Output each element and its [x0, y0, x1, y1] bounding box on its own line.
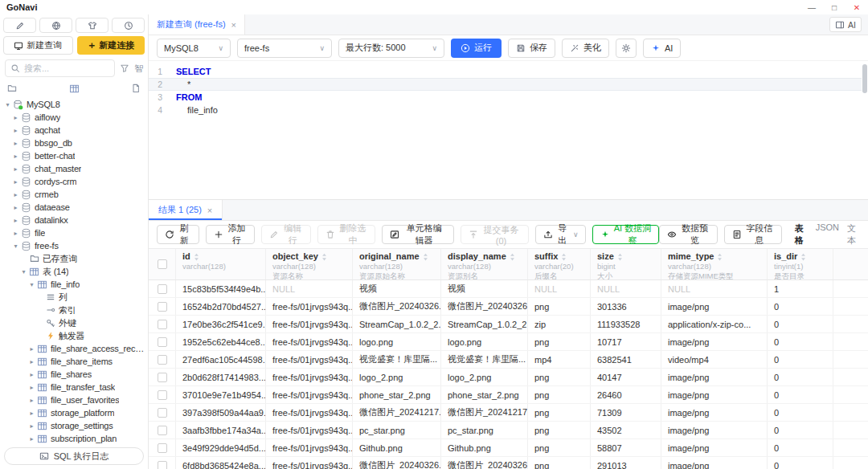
search-box[interactable]	[5, 59, 115, 77]
cell[interactable]: phone_star_2.png	[441, 386, 528, 403]
row-checkbox[interactable]	[158, 426, 167, 435]
cell[interactable]: image/png	[661, 386, 768, 403]
chevron-down-icon[interactable]: ▾	[3, 101, 12, 108]
tree-item-file[interactable]: ▸file	[0, 226, 146, 239]
chevron-right-icon[interactable]: ▸	[11, 140, 20, 147]
chevron-right-icon[interactable]: ▸	[27, 358, 36, 365]
new-query-button[interactable]: 新建查询	[3, 36, 73, 55]
column-header-size[interactable]: sizebigint大小	[591, 249, 661, 279]
cell[interactable]: 301336	[591, 298, 661, 315]
cell[interactable]: 71309	[591, 404, 661, 421]
cell[interactable]: 视觉盛宴！库里隔...	[353, 351, 441, 368]
cell[interactable]: png	[528, 298, 591, 315]
select-all-checkbox[interactable]	[158, 259, 167, 269]
cell[interactable]: png	[528, 386, 591, 403]
cell[interactable]: video/mp4	[661, 351, 768, 368]
cell[interactable]: free-fs/01jrvgs943q...	[266, 351, 353, 368]
cell[interactable]: StreamCap_1.0.2_2...	[353, 316, 441, 332]
cell[interactable]: image/png	[661, 404, 768, 421]
sort-icon[interactable]	[617, 253, 623, 261]
table-view-icon[interactable]	[69, 84, 80, 94]
tree-item-node[interactable]: 触发器	[0, 329, 146, 342]
cell[interactable]: 微信图片_20241217...	[441, 404, 528, 421]
minimize-button[interactable]: —	[800, 0, 823, 14]
cell[interactable]: 0	[768, 351, 833, 368]
column-header-suffix[interactable]: suffixvarchar(20)后缀名	[528, 249, 591, 279]
data-preview-button[interactable]: 数据预览	[659, 225, 717, 244]
cell[interactable]: 3e49f929dde94d5d...	[176, 439, 266, 456]
row-checkbox[interactable]	[158, 284, 167, 294]
cell[interactable]: 0	[768, 298, 833, 315]
row-checkbox[interactable]	[158, 390, 167, 400]
save-button[interactable]: 保存	[508, 39, 555, 58]
tree-item-chat-master[interactable]: ▸chat_master	[0, 162, 146, 175]
search-input[interactable]	[24, 63, 80, 73]
tree-item-file-info[interactable]: ▾file_info	[0, 278, 146, 291]
cell[interactable]: 0	[768, 422, 833, 438]
chevron-right-icon[interactable]: ▸	[11, 165, 20, 173]
cell[interactable]: 40147	[591, 369, 661, 385]
row-checkbox[interactable]	[158, 302, 167, 312]
tree-item-14[interactable]: ▾表 (14)	[0, 265, 146, 278]
cell[interactable]: free-fs/01jrvgs943q...	[266, 439, 353, 456]
smart-filter-toggle[interactable]: 智	[134, 63, 143, 75]
chevron-right-icon[interactable]: ▸	[27, 410, 36, 417]
cell[interactable]: pc_star.png	[353, 422, 441, 438]
tree-item-bbsgo-db[interactable]: ▸bbsgo_db	[0, 137, 146, 149]
new-connection-button[interactable]: ＋ 新建连接	[77, 36, 145, 55]
cell[interactable]: 视频	[353, 280, 441, 297]
cell[interactable]: logo_2.png	[353, 369, 441, 385]
tree-item-dataease[interactable]: ▸dataease	[0, 201, 146, 214]
field-info-button[interactable]: 字段信息	[724, 225, 782, 244]
cell[interactable]: png	[528, 422, 591, 438]
cell[interactable]: 2b0d628f17414983...	[176, 369, 266, 385]
cell[interactable]: image/png	[661, 298, 768, 315]
cell[interactable]: png	[528, 333, 591, 350]
cell[interactable]: free-fs/01jrvgs943q...	[266, 369, 353, 385]
add-row-button[interactable]: 添加行	[206, 225, 256, 244]
cell[interactable]: application/x-zip-co...	[661, 316, 768, 332]
cell[interactable]: image/png	[661, 439, 768, 456]
max-rows-select[interactable]: 最大行数: 5000∨	[338, 39, 444, 58]
cell[interactable]: 微信图片_20240326...	[441, 298, 528, 315]
cell[interactable]: 0	[768, 457, 833, 469]
tree-item-cordys-crm[interactable]: ▸cordys-crm	[0, 175, 146, 188]
folder-view-icon[interactable]	[7, 84, 17, 93]
cell[interactable]: 0	[768, 386, 833, 403]
edit-connection-button[interactable]	[3, 18, 36, 33]
refresh-button[interactable]: 刷新	[157, 225, 199, 244]
cell[interactable]: 微信图片_20240326...	[441, 457, 528, 469]
cell[interactable]: StreamCap_1.0.2_2...	[441, 316, 528, 332]
column-header-is_dir[interactable]: is_dirtinyint(1)是否目录	[768, 249, 833, 279]
sort-icon[interactable]	[321, 253, 327, 261]
history-button[interactable]	[112, 18, 145, 33]
view-text-option[interactable]: 文本	[847, 222, 860, 247]
cell[interactable]: 0	[768, 369, 833, 385]
tree-item-better-chat[interactable]: ▸better-chat	[0, 149, 146, 162]
sort-icon[interactable]	[423, 253, 428, 261]
cell[interactable]: png	[528, 457, 591, 469]
tree-item-node[interactable]: 列	[0, 291, 146, 304]
cell[interactable]: 微信图片_20240326...	[353, 298, 441, 315]
cell[interactable]: 37010e9e7e1b4954...	[176, 386, 266, 403]
tree-item-file-share-items[interactable]: ▸file_share_items	[0, 355, 146, 368]
cell[interactable]: png	[528, 439, 591, 456]
ai-button[interactable]: AI	[643, 39, 681, 58]
chevron-right-icon[interactable]: ▸	[11, 191, 20, 198]
chevron-right-icon[interactable]: ▸	[27, 422, 36, 430]
cell[interactable]: 43502	[591, 422, 661, 438]
theme-button[interactable]	[76, 18, 108, 33]
tree-item-datalinkx[interactable]: ▸datalinkx	[0, 214, 146, 226]
cell[interactable]: phone_star_2.png	[353, 386, 441, 403]
column-header-object_key[interactable]: object_keyvarchar(128)资源名称	[266, 249, 353, 279]
close-result-tab-icon[interactable]: ×	[207, 206, 212, 215]
tree-item-node[interactable]: 已存查询	[0, 252, 146, 265]
tab-new-query[interactable]: 新建查询 (free-fs) ×	[149, 14, 245, 35]
chevron-right-icon[interactable]: ▸	[11, 204, 20, 211]
cell[interactable]: 1952e5c62eb44ce8...	[176, 333, 266, 350]
cell[interactable]: image/png	[661, 422, 768, 438]
chevron-right-icon[interactable]: ▸	[27, 397, 36, 404]
language-button[interactable]	[39, 18, 72, 33]
cell[interactable]: 58807	[591, 439, 661, 456]
cell[interactable]: 26460	[591, 386, 661, 403]
